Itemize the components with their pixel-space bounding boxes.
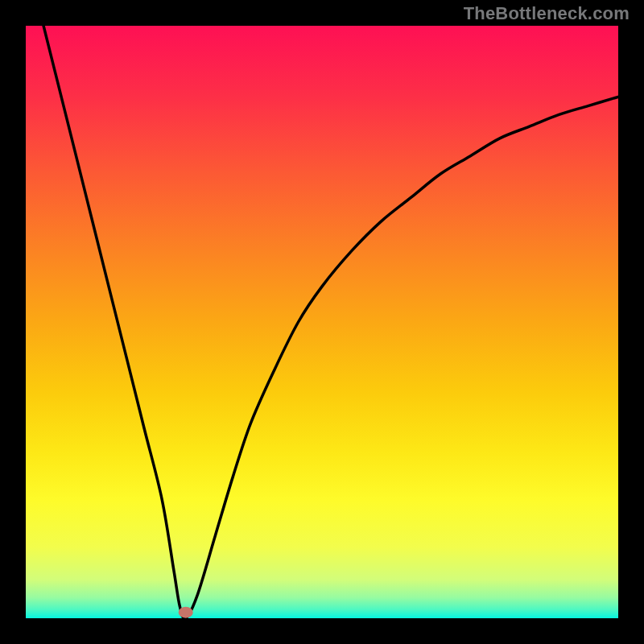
chart-svg bbox=[26, 26, 618, 618]
chart-frame: TheBottleneck.com bbox=[0, 0, 644, 644]
gradient-background bbox=[26, 26, 618, 618]
plot-area bbox=[26, 26, 618, 618]
minimum-marker bbox=[179, 607, 193, 618]
attribution-text: TheBottleneck.com bbox=[464, 3, 630, 24]
